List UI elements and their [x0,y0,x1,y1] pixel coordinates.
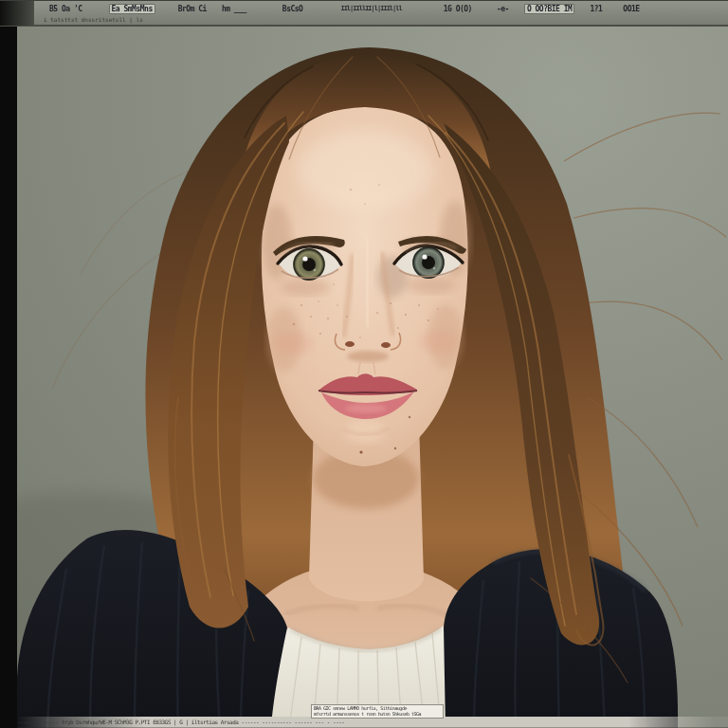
toolbar-status-text: i tatsttst dnssritsetsll | ls [44,16,143,26]
toolbar-button-5[interactable]: BsCsO [282,5,303,13]
menu-toolbar: B5 Oa 'C Ea SmMsMns BrOm Ci hm ___ BsCsO… [0,0,728,27]
editor-window: B5 Oa 'C Ea SmMsMns BrOm Ci hm ___ BsCsO… [0,0,728,728]
toolbar-button-4[interactable]: hm ___ [222,5,246,13]
toolbar-button-6[interactable]: 1G O(O) [444,5,472,13]
toolbar-button-10[interactable]: OO1E [623,5,639,13]
caption-label: BRA GIC smnew LAMMO hurfix, Sithinaugde … [311,704,444,719]
toolbar-row-main: B5 Oa 'C Ea SmMsMns BrOm Ci hm ___ BsCsO… [38,2,726,15]
toolbar-button-3[interactable]: BrOm Ci [178,5,207,13]
toolbar-corner [0,1,34,26]
toolbar-button-8[interactable]: O OO?BIE IM [524,4,574,14]
toolbar-ruler-segment: IIl|IIllII|l|IIIl|ll [340,5,401,12]
left-bezel [0,27,17,728]
photo-canvas[interactable] [0,27,728,728]
caption-label-line2: mfsrrtd armunssenos t ronn hutsn Shkuseb… [314,711,443,717]
toolbar-button-7[interactable]: -e- [497,5,509,13]
toolbar-button-2[interactable]: Ea SmMsMns [109,4,155,14]
toolbar-button-9[interactable]: 1?1 [590,5,602,13]
toolbar-button-1[interactable]: B5 Oa 'C [49,5,82,13]
